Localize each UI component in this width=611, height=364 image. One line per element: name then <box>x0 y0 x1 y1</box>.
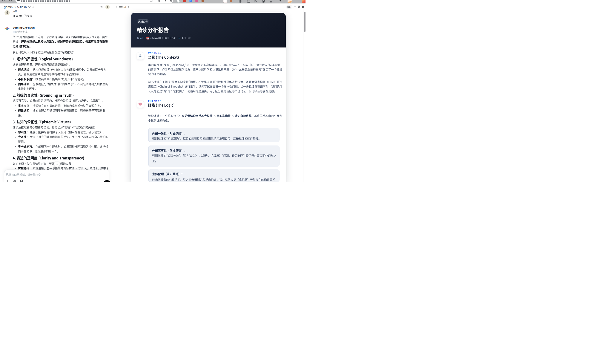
svg-text:17: 17 <box>147 38 148 39</box>
